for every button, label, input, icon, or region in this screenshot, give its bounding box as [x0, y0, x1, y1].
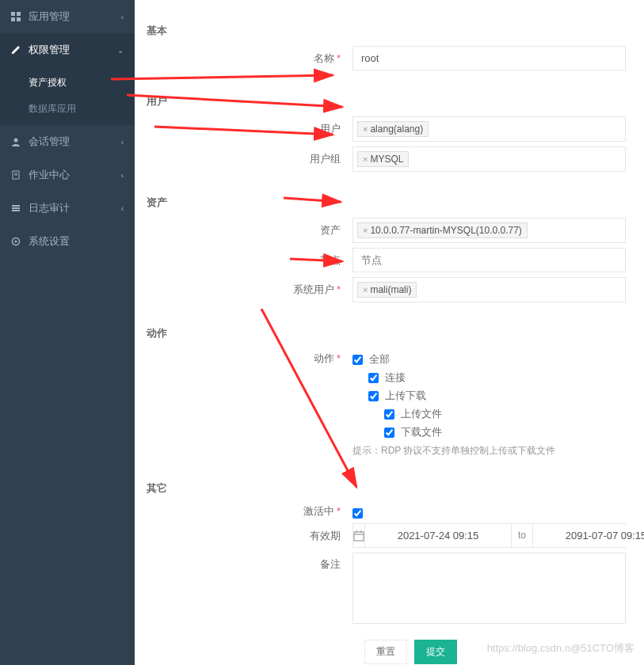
sidebar-item-audit[interactable]: 日志审计 ‹ [0, 192, 135, 225]
section-basic: 基本 [147, 24, 644, 38]
label-node: 节点 [147, 253, 352, 268]
watermark: https://blog.csdn.n@51CTO博客 [487, 641, 634, 656]
sidebar-label: 系统设置 [29, 234, 70, 249]
action-connect[interactable]: 连接 [352, 370, 644, 385]
asset-tag-input[interactable]: ×10.0.0.77-martin-MYSQL(10.0.0.77) [352, 218, 626, 243]
sidebar-item-perm[interactable]: 权限管理 ⌄ [0, 33, 135, 66]
chevron-left-icon: ‹ [121, 171, 124, 180]
chevron-left-icon: ‹ [121, 204, 124, 213]
date-to-label: to [511, 524, 533, 547]
section-asset: 资产 [147, 196, 644, 210]
sidebar-submenu: 资产授权 数据库应用 [0, 66, 135, 125]
sidebar-item-settings[interactable]: 系统设置 [0, 225, 135, 258]
label-validity: 有效期 [147, 529, 352, 543]
user-tag-input[interactable]: ×alang(alang) [352, 116, 626, 142]
checkbox-connect[interactable] [368, 373, 379, 383]
checkbox-all[interactable] [352, 355, 363, 365]
usergroup-tag-input[interactable]: ×MYSQL [352, 146, 626, 172]
tag-usergroup[interactable]: ×MYSQL [357, 151, 409, 167]
svg-rect-2 [11, 17, 15, 21]
sidebar-item-session[interactable]: 会话管理 ‹ [0, 125, 135, 158]
tag-asset[interactable]: ×10.0.0.77-martin-MYSQL(10.0.0.77) [357, 222, 528, 238]
close-icon[interactable]: × [363, 285, 368, 294]
date-from-input[interactable] [365, 524, 511, 547]
doc-icon [11, 170, 22, 180]
close-icon[interactable]: × [363, 154, 368, 164]
date-to-input[interactable] [533, 524, 644, 547]
list-icon [11, 203, 22, 213]
checkbox-download[interactable] [384, 428, 394, 438]
section-user: 用户 [147, 94, 644, 108]
sysuser-tag-input[interactable]: ×mali(mali) [352, 277, 626, 302]
validity-range[interactable]: to [352, 523, 626, 548]
label-remark: 备注 [147, 553, 352, 572]
calendar-icon [353, 524, 365, 547]
action-upload[interactable]: 上传文件 [352, 407, 644, 421]
pencil-icon [11, 45, 22, 55]
grid-icon [11, 12, 22, 21]
svg-rect-13 [354, 532, 364, 541]
tag-sysuser[interactable]: ×mali(mali) [357, 282, 417, 298]
chevron-left-icon: ‹ [121, 138, 124, 146]
sidebar-sub-db-app[interactable]: 数据库应用 [0, 96, 135, 122]
checkbox-upload[interactable] [384, 409, 394, 420]
active-checkbox[interactable] [352, 508, 363, 519]
chevron-down-icon: ⌄ [117, 46, 124, 55]
action-updown[interactable]: 上传下载 [352, 389, 644, 403]
svg-rect-0 [11, 12, 15, 16]
label-sysuser: 系统用户* [147, 283, 352, 297]
sidebar-label: 应用管理 [29, 10, 70, 24]
label-asset: 资产 [147, 223, 352, 238]
label-active: 激活中* [147, 504, 352, 519]
chevron-left-icon: ‹ [121, 13, 124, 21]
remark-textarea[interactable] [352, 553, 626, 624]
sidebar-label: 日志审计 [29, 201, 70, 215]
label-action: 动作* [147, 348, 352, 366]
name-input[interactable] [352, 46, 626, 70]
svg-rect-1 [17, 12, 21, 16]
sidebar-item-app[interactable]: 应用管理 ‹ [0, 0, 135, 33]
main-form: 基本 名称* 用户 用户 ×alang(alang) 用户组 ×MYSQL 资产… [135, 0, 644, 665]
reset-button[interactable]: 重置 [364, 640, 407, 664]
section-other: 其它 [147, 481, 644, 496]
sidebar-label: 作业中心 [29, 168, 70, 182]
close-icon[interactable]: × [363, 124, 368, 134]
svg-point-12 [15, 241, 17, 243]
sidebar-sub-asset-auth[interactable]: 资产授权 [0, 70, 135, 96]
action-all[interactable]: 全部 [352, 352, 644, 367]
tag-user[interactable]: ×alang(alang) [357, 121, 429, 137]
gear-icon [11, 237, 22, 246]
sidebar-label: 权限管理 [29, 43, 70, 57]
users-icon [11, 137, 22, 146]
section-action: 动作 [147, 326, 644, 340]
sidebar-item-jobs[interactable]: 作业中心 ‹ [0, 158, 135, 192]
close-icon[interactable]: × [363, 226, 368, 235]
checkbox-updown[interactable] [368, 391, 379, 401]
submit-button[interactable]: 提交 [414, 640, 457, 664]
sidebar-label: 会话管理 [29, 135, 70, 149]
svg-rect-3 [17, 17, 21, 21]
label-user: 用户 [147, 122, 352, 136]
node-input[interactable] [352, 248, 626, 272]
label-name: 名称* [147, 51, 352, 66]
label-usergroup: 用户组 [147, 152, 352, 166]
sidebar: 应用管理 ‹ 权限管理 ⌄ 资产授权 数据库应用 会话管理 ‹ 作业中心 ‹ 日… [0, 0, 135, 665]
action-download[interactable]: 下载文件 [352, 425, 644, 439]
action-hint: 提示：RDP 协议不支持单独控制上传或下载文件 [352, 444, 644, 458]
svg-point-4 [14, 139, 18, 142]
